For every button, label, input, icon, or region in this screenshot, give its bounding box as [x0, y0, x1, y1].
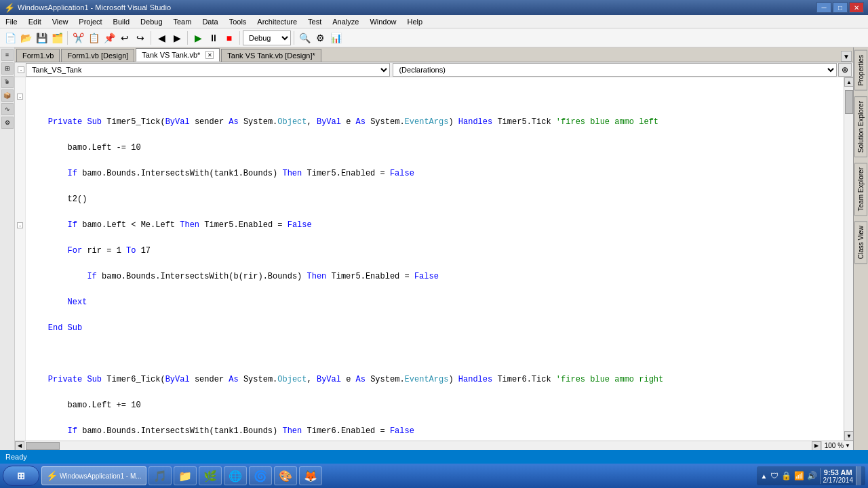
taskbar-app-vs[interactable]: ⚡ WindowsApplication1 - M... — [41, 466, 146, 485]
h-scroll-track[interactable] — [24, 441, 812, 451]
redo-button[interactable]: ↪ — [133, 30, 148, 45]
taskbar-app-2[interactable]: 🎨 — [274, 466, 297, 485]
gutter-row-3 — [15, 103, 25, 116]
copy-button[interactable]: 📋 — [86, 30, 101, 45]
taskbar-app-firefox1[interactable]: 🌐 — [224, 466, 247, 485]
start-button[interactable]: ⊞ — [3, 466, 39, 486]
h-scroll-thumb[interactable] — [26, 442, 60, 450]
left-panel: ≡ ⊞ 🖱 📦 ∿ ⚙ — [0, 47, 15, 450]
gear-icon-2: 🎨 — [279, 470, 292, 483]
code-line-1 — [28, 90, 841, 103]
left-icon-3[interactable]: 🖱 — [1, 76, 14, 88]
menu-build[interactable]: Build — [108, 16, 135, 27]
start-button[interactable]: ▶ — [191, 30, 205, 45]
menu-window[interactable]: Window — [364, 16, 401, 27]
app-icon: ⚡ — [4, 3, 15, 13]
save-button[interactable]: 💾 — [34, 30, 49, 45]
undo-button[interactable]: ↩ — [117, 30, 132, 45]
gutter: - - — [15, 77, 26, 441]
menu-project[interactable]: Project — [73, 16, 107, 27]
toolbar-separator-4 — [239, 31, 240, 45]
main-layout: ≡ ⊞ 🖱 📦 ∿ ⚙ Form1.vb Form1.vb [Design] T… — [0, 47, 868, 450]
scroll-up-button[interactable]: ▲ — [844, 77, 853, 87]
paste-button[interactable]: 📌 — [102, 30, 117, 45]
music-icon: 🎵 — [153, 470, 167, 483]
menu-data[interactable]: Data — [197, 16, 223, 27]
menu-tools[interactable]: Tools — [224, 16, 252, 27]
class-view-tab[interactable]: Class View — [854, 221, 867, 264]
left-icon-6[interactable]: ⚙ — [1, 117, 14, 129]
pause-button[interactable]: ⏸ — [206, 30, 221, 45]
horizontal-scrollbar[interactable]: ◀ ▶ 100 % ▼ — [15, 441, 853, 450]
menu-debug[interactable]: Debug — [135, 16, 167, 27]
code-line-12: Private Sub Timer6_Tick(ByVal sender As … — [28, 373, 841, 386]
gutter-row-7 — [15, 155, 25, 167]
date-display: 2/17/2014 — [823, 476, 854, 484]
tab-tank-vs-tank-code[interactable]: Tank VS Tank.vb* ✕ — [136, 48, 220, 62]
cut-button[interactable]: ✂️ — [71, 30, 85, 45]
left-icon-4[interactable]: 📦 — [1, 89, 14, 102]
collapse-indicator[interactable]: - — [18, 66, 24, 73]
sync-button[interactable]: ⊕ — [838, 63, 852, 77]
menu-file[interactable]: File — [0, 16, 23, 27]
menu-analyze[interactable]: Analyze — [327, 16, 364, 27]
class-selector[interactable]: Tank_VS_Tank — [26, 63, 390, 77]
tab-form1-design[interactable]: Form1.vb [Design] — [61, 49, 134, 62]
nav-back-button[interactable]: ◀ — [154, 30, 169, 45]
scroll-thumb[interactable] — [845, 90, 853, 114]
close-button[interactable]: ✕ — [849, 2, 864, 13]
open-button[interactable]: 📂 — [18, 30, 33, 45]
debug-mode-dropdown[interactable]: Debug Release — [243, 30, 291, 45]
gutter-row-1 — [15, 77, 25, 90]
menu-edit[interactable]: Edit — [23, 16, 47, 27]
taskbar-app-spiral[interactable]: 🌀 — [249, 466, 272, 485]
taskbar-app-firefox2[interactable]: 🦊 — [299, 466, 322, 485]
menu-architecture[interactable]: Architecture — [252, 16, 302, 27]
menu-test[interactable]: Test — [302, 16, 327, 27]
scroll-left-button[interactable]: ◀ — [15, 441, 24, 451]
menu-view[interactable]: View — [47, 16, 74, 27]
extra-btn-3[interactable]: 📊 — [328, 30, 343, 45]
left-icon-1[interactable]: ≡ — [1, 49, 14, 61]
scroll-track[interactable] — [844, 87, 853, 431]
new-project-button[interactable]: 📄 — [3, 30, 18, 45]
code-line-3: bamo.Left -= 10 — [28, 142, 841, 155]
menu-team[interactable]: Team — [168, 16, 197, 27]
show-desktop-button[interactable] — [856, 466, 861, 485]
scroll-right-button[interactable]: ▶ — [812, 441, 821, 451]
tab-close-button[interactable]: ✕ — [205, 51, 214, 59]
member-selector[interactable]: (Declarations) — [393, 63, 837, 77]
spiral-icon: 🌀 — [254, 470, 267, 483]
maximize-button[interactable]: □ — [833, 2, 848, 13]
tray-arrow[interactable]: ▲ — [761, 472, 768, 480]
extra-btn-2[interactable]: ⚙ — [313, 30, 328, 45]
team-explorer-tab[interactable]: Team Explorer — [854, 163, 867, 216]
stop-button[interactable]: ■ — [222, 30, 237, 45]
minimize-button[interactable]: ─ — [816, 2, 831, 13]
taskbar-app-1[interactable]: 🌿 — [199, 466, 222, 485]
zoom-dropdown-arrow[interactable]: ▼ — [845, 443, 850, 449]
save-all-button[interactable]: 🗂️ — [50, 30, 64, 45]
tab-form1-vb[interactable]: Form1.vb — [16, 49, 60, 62]
solution-explorer-tab[interactable]: Solution Explorer — [854, 96, 867, 157]
globe-icon-1: 🌐 — [229, 470, 242, 483]
tab-list-button[interactable]: ▼ — [841, 51, 852, 62]
toolbar-separator-2 — [151, 31, 151, 45]
tray-icon-3: 📶 — [794, 471, 804, 481]
code-editor[interactable]: Private Sub Timer5_Tick(ByVal sender As … — [26, 77, 844, 441]
left-icon-5[interactable]: ∿ — [1, 103, 14, 115]
scroll-down-button[interactable]: ▼ — [844, 431, 853, 441]
left-icon-2[interactable]: ⊞ — [1, 62, 14, 75]
nav-fwd-button[interactable]: ▶ — [170, 30, 184, 45]
tab-tank-vs-tank-design[interactable]: Tank VS Tank.vb [Design]* — [221, 49, 321, 62]
taskbar-app-itunes[interactable]: 🎵 — [149, 466, 172, 485]
properties-tab[interactable]: Properties — [854, 50, 867, 91]
clock[interactable]: 9:53 AM 2/17/2014 — [820, 468, 854, 484]
gutter-row-2[interactable]: - — [15, 90, 25, 103]
vertical-scrollbar[interactable]: ▲ ▼ — [844, 77, 853, 441]
taskbar-app-explorer[interactable]: 📁 — [174, 466, 197, 485]
status-bar: Ready — [0, 450, 868, 464]
extra-btn-1[interactable]: 🔍 — [297, 30, 312, 45]
gutter-row-12[interactable]: - — [15, 219, 25, 232]
menu-help[interactable]: Help — [402, 16, 429, 27]
